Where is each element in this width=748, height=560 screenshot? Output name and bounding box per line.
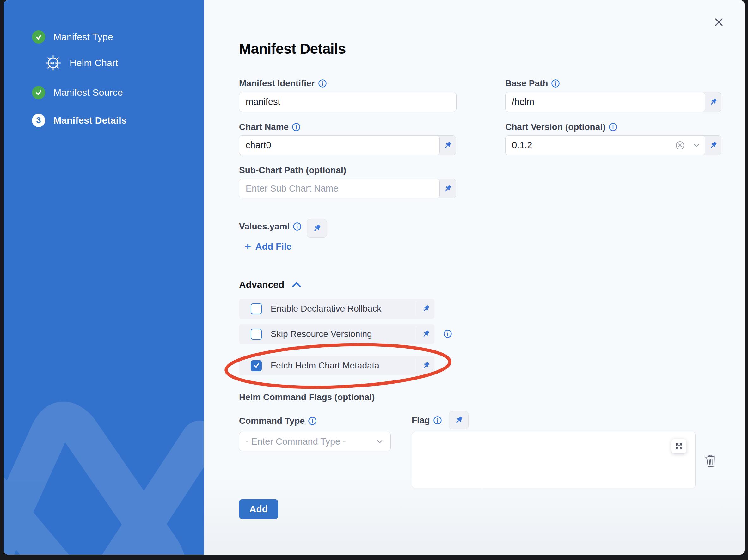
advanced-toggle[interactable]: Advanced bbox=[239, 279, 302, 290]
sub-chart-path-input[interactable] bbox=[239, 179, 440, 198]
info-icon bbox=[609, 123, 617, 131]
info-icon bbox=[551, 79, 560, 88]
svg-text:HELM: HELM bbox=[48, 61, 59, 65]
step-number-badge: 3 bbox=[32, 114, 45, 127]
option-skip-resource-versioning[interactable]: Skip Resource Versioning bbox=[239, 324, 435, 344]
flag-textarea[interactable] bbox=[412, 432, 696, 488]
info-icon bbox=[433, 416, 442, 425]
helm-command-flags-label: Helm Command Flags (optional) bbox=[239, 392, 375, 402]
info-icon bbox=[293, 222, 302, 231]
chart-name-input[interactable] bbox=[239, 136, 440, 155]
pin-icon[interactable] bbox=[417, 330, 435, 338]
pin-icon[interactable] bbox=[417, 305, 435, 313]
chart-version-label: Chart Version (optional) bbox=[505, 122, 617, 132]
command-type-label: Command Type bbox=[239, 416, 317, 426]
sidebar-step-manifest-details[interactable]: 3 Manifest Details bbox=[32, 114, 127, 127]
step-label: Manifest Type bbox=[53, 32, 113, 42]
info-icon bbox=[308, 416, 317, 425]
add-button[interactable]: Add bbox=[239, 499, 278, 519]
sub-chart-path-label: Sub-Chart Path (optional) bbox=[239, 165, 346, 175]
step-label: Helm Chart bbox=[70, 57, 118, 68]
trash-icon[interactable] bbox=[704, 453, 718, 468]
sidebar-step-manifest-type[interactable]: Manifest Type bbox=[32, 30, 113, 44]
pin-icon[interactable] bbox=[440, 136, 455, 155]
close-icon[interactable] bbox=[712, 15, 726, 29]
pin-icon bbox=[454, 416, 464, 425]
pin-icon[interactable] bbox=[705, 136, 721, 155]
add-file-button[interactable]: + Add File bbox=[245, 241, 291, 252]
option-fetch-helm-chart-metadata[interactable]: Fetch Helm Chart Metadata bbox=[239, 356, 435, 375]
clear-icon[interactable] bbox=[675, 141, 685, 150]
step-label: Manifest Source bbox=[53, 87, 123, 98]
manifest-identifier-input[interactable] bbox=[239, 92, 457, 112]
base-path-label: Base Path bbox=[505, 78, 560, 89]
values-yaml-label: Values.yaml bbox=[239, 222, 302, 232]
command-type-select-wrap: - Enter Command Type - bbox=[239, 432, 391, 451]
page-title: Manifest Details bbox=[239, 40, 346, 57]
info-icon[interactable] bbox=[443, 329, 452, 338]
flag-pin-button[interactable] bbox=[449, 411, 469, 429]
manifest-details-modal: Manifest Type HELM bbox=[4, 0, 745, 555]
base-path-input[interactable] bbox=[506, 92, 705, 112]
command-type-select[interactable]: - Enter Command Type - bbox=[239, 432, 391, 451]
step-label: Manifest Details bbox=[53, 115, 127, 126]
chart-version-field bbox=[505, 135, 721, 155]
harness-logo-watermark bbox=[4, 401, 204, 555]
plus-icon: + bbox=[245, 241, 251, 251]
flag-label: Flag bbox=[412, 415, 442, 425]
option-enable-declarative-rollback[interactable]: Enable Declarative Rollback bbox=[239, 299, 435, 319]
chart-name-label: Chart Name bbox=[239, 122, 301, 132]
sidebar-step-helm-chart[interactable]: HELM Helm Chart bbox=[45, 55, 118, 71]
pin-icon[interactable] bbox=[417, 361, 435, 370]
info-icon bbox=[318, 79, 327, 88]
sidebar-step-manifest-source[interactable]: Manifest Source bbox=[32, 86, 123, 99]
expand-icon[interactable] bbox=[672, 439, 686, 453]
pin-icon[interactable] bbox=[705, 92, 721, 112]
manifest-identifier-label: Manifest Identifier bbox=[239, 78, 327, 89]
checkbox-unchecked[interactable] bbox=[251, 329, 262, 340]
chevron-up-icon bbox=[291, 281, 302, 289]
step-complete-icon bbox=[32, 86, 45, 99]
info-icon bbox=[292, 123, 301, 131]
base-path-field bbox=[505, 92, 721, 112]
pin-icon[interactable] bbox=[440, 179, 455, 198]
wizard-sidebar: Manifest Type HELM bbox=[4, 0, 204, 555]
helm-icon: HELM bbox=[45, 55, 61, 71]
pin-icon bbox=[312, 224, 322, 233]
chart-name-field bbox=[239, 135, 456, 155]
step-complete-icon bbox=[32, 30, 45, 44]
checkbox-unchecked[interactable] bbox=[251, 303, 262, 314]
chevron-down-icon[interactable] bbox=[692, 141, 701, 149]
sub-chart-path-field bbox=[239, 178, 456, 198]
checkbox-checked[interactable] bbox=[251, 360, 262, 371]
values-yaml-pin-button[interactable] bbox=[307, 219, 327, 238]
